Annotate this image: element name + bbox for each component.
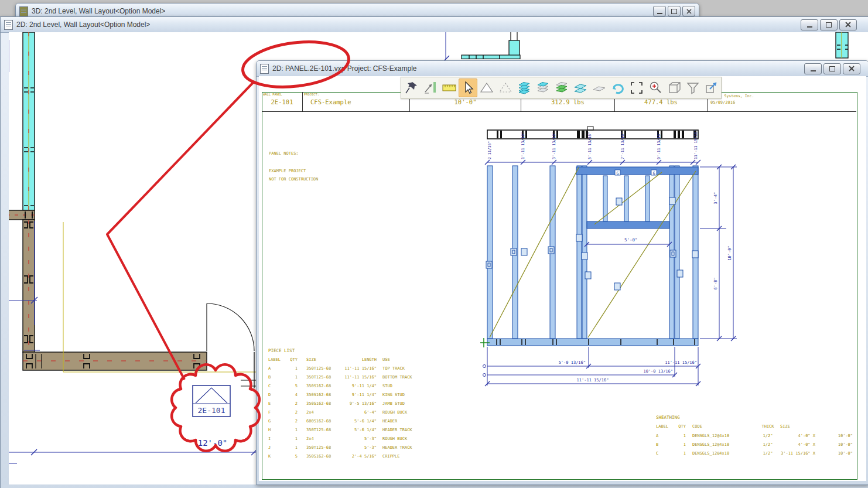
layers-two-icon[interactable] [571,79,590,97]
window-panel-title: 2D: PANEL.2E-101.vxp Project: CFS-Exampl… [272,64,417,73]
ruler-icon[interactable] [440,79,459,97]
minimize-button[interactable] [653,6,666,16]
plan-wall-dimension: 12'-0" [198,438,228,448]
pin-icon[interactable] [402,79,421,97]
export-icon[interactable] [702,79,721,97]
desktop: 3D: 2nd Level, Wall Layout<Option Model>… [0,0,868,488]
layers-top-icon[interactable] [534,79,552,97]
wall-tan-left [23,220,35,352]
panel-document-icon [260,64,269,74]
window-panel: 2D: PANEL.2E-101.vxp Project: CFS-Exampl… [256,60,868,485]
box-icon[interactable] [665,79,684,97]
undo-icon[interactable] [609,79,627,97]
layers-all-icon[interactable] [515,79,534,97]
triangle-ghost-icon[interactable] [496,79,515,97]
restore-button[interactable] [820,19,838,30]
close-icon [845,22,851,28]
2d-document-icon [4,20,13,30]
layers-green-icon[interactable] [552,79,571,97]
filter-icon[interactable] [684,79,702,97]
wall-fragments-top [462,32,520,59]
triangle-icon[interactable] [477,79,496,97]
panel-tag-label: 2E-101 [198,406,225,415]
layer-single-icon[interactable] [590,79,609,97]
wall-tan-stub [9,210,35,220]
window-2d-titlebar[interactable]: 2D: 2nd Level, Wall Layout<Option Model> [1,17,868,33]
close-icon [686,9,692,14]
panel-drawing-canvas[interactable] [259,76,866,481]
window-3d-title: 3D: 2nd Level, Wall Layout<Option Model> [32,7,165,15]
close-button[interactable] [682,6,695,16]
restore-button[interactable] [668,6,681,16]
door-swing [207,303,260,388]
close-button[interactable] [843,63,860,74]
extend-measure-icon[interactable] [421,79,440,97]
close-icon [849,66,855,71]
window-2d-title: 2D: 2nd Level, Wall Layout<Option Model> [16,21,150,29]
panel-tag[interactable]: 2E-101 [193,385,230,417]
minimize-button[interactable] [804,63,822,74]
window-panel-titlebar[interactable]: 2D: PANEL.2E-101.vxp Project: CFS-Exampl… [257,61,868,77]
select-cursor-icon[interactable] [459,79,477,97]
restore-button[interactable] [823,63,841,74]
wall-fragment-right [836,32,848,58]
wall-tan-bottom [23,352,207,370]
drawing-toolbar [401,77,722,99]
marquee-icon[interactable] [627,79,646,97]
close-button[interactable] [839,19,857,30]
wall-cyan-left [23,32,35,210]
3d-document-icon [19,6,28,16]
zoom-in-icon[interactable] [646,79,665,97]
minimize-button[interactable] [801,19,818,30]
